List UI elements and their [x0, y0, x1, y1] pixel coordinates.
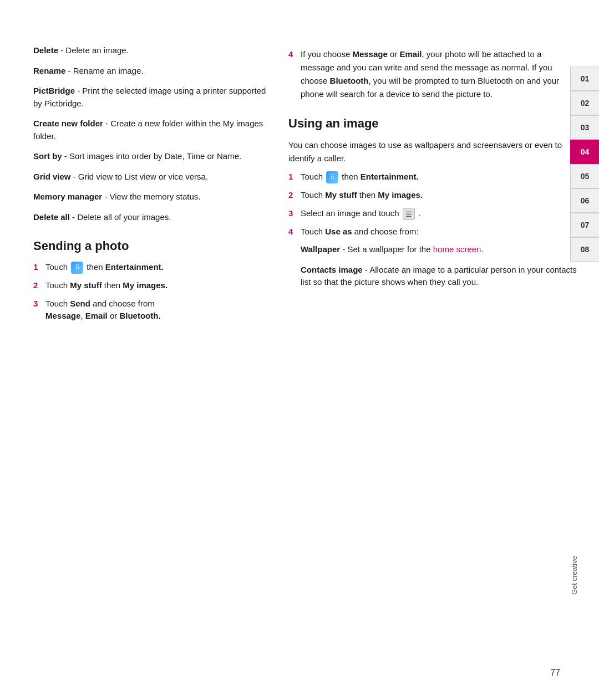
tab-07[interactable]: 07 — [570, 213, 599, 237]
tab-05[interactable]: 05 — [570, 164, 599, 188]
tab-06[interactable]: 06 — [570, 188, 599, 213]
using-step-3: 3 Select an image and touch ☰ . — [288, 207, 577, 220]
contacts-image-option: Contacts image - Allocate an image to a … — [301, 264, 577, 289]
tab-02[interactable]: 02 — [570, 91, 599, 115]
def-create-folder-term: Create new folder — [33, 119, 103, 128]
app-icon-1 — [71, 262, 83, 274]
sending-step-1-num: 1 — [33, 261, 42, 274]
tab-08[interactable]: 08 — [570, 237, 599, 262]
wallpaper-term: Wallpaper — [301, 244, 340, 254]
using-step-4-content: Touch Use as and choose from: — [301, 226, 577, 238]
sending-step-2-content: Touch My stuff then My images. — [45, 279, 266, 292]
contacts-image-term: Contacts image — [301, 265, 363, 274]
using-step-4: 4 Touch Use as and choose from: — [288, 226, 577, 238]
using-step-2: 2 Touch My stuff then My images. — [288, 189, 577, 202]
using-step-1: 1 Touch then Entertainment. — [288, 171, 577, 183]
sending-step-2: 2 Touch My stuff then My images. — [33, 279, 266, 292]
sending-step-3-send: Send — [70, 299, 90, 308]
sending-step-3-bluetooth: Bluetooth. — [119, 311, 160, 320]
def-sort-by-desc: - Sort images into order by Date, Time o… — [62, 151, 241, 161]
right-item-4-email: Email — [399, 49, 422, 59]
using-step-3-num: 3 — [288, 207, 297, 220]
right-item-4-message: Message — [352, 49, 387, 59]
def-delete-all: Delete all - Delete all of your images. — [33, 211, 266, 224]
def-delete-all-term: Delete all — [33, 212, 70, 222]
def-memory-manager-desc: - View the memory status. — [102, 192, 200, 201]
def-memory-manager: Memory manager - View the memory status. — [33, 191, 266, 203]
using-step-1-content: Touch then Entertainment. — [301, 171, 577, 183]
def-sort-by: Sort by - Sort images into order by Date… — [33, 150, 266, 163]
sending-step-2-num: 2 — [33, 279, 42, 292]
def-delete-desc: - Delete an image. — [58, 45, 129, 55]
using-step-2-my-images: My images. — [378, 190, 423, 200]
def-rename-desc: - Rename an image. — [65, 66, 143, 75]
def-delete: Delete - Delete an image. — [33, 44, 266, 57]
right-item-4-bluetooth: Bluetooth — [330, 76, 369, 85]
right-item-4: 4 If you choose Message or Email, your p… — [288, 48, 577, 101]
using-step-4-num: 4 — [288, 226, 297, 238]
using-step-1-entertainment: Entertainment. — [361, 172, 419, 181]
left-column: Delete - Delete an image. Rename - Renam… — [33, 33, 266, 667]
tab-04[interactable]: 04 — [570, 140, 599, 164]
sending-step-3-content: Touch Send and choose from Message, Emai… — [45, 298, 266, 323]
right-item-4-num: 4 — [288, 48, 297, 61]
main-content: Delete - Delete an image. Rename - Renam… — [33, 33, 577, 667]
using-step-2-content: Touch My stuff then My images. — [301, 189, 577, 202]
sending-heading: Sending a photo — [33, 239, 266, 253]
use-as-options: Wallpaper - Set a wallpaper for the home… — [301, 243, 577, 289]
using-steps-list: 1 Touch then Entertainment. 2 Touch My s… — [288, 171, 577, 238]
def-sort-by-term: Sort by — [33, 151, 62, 161]
sending-step-3: 3 Touch Send and choose from Message, Em… — [33, 298, 266, 323]
using-intro: You can choose images to use as wallpape… — [288, 139, 577, 165]
home-screen-link[interactable]: home screen — [433, 244, 481, 254]
def-create-folder: Create new folder - Create a new folder … — [33, 117, 266, 142]
wallpaper-option: Wallpaper - Set a wallpaper for the home… — [301, 243, 577, 256]
wallpaper-period: . — [481, 244, 483, 254]
def-grid-view-term: Grid view — [33, 172, 71, 181]
sending-step-3-message: Message — [45, 311, 80, 320]
menu-icon: ☰ — [403, 208, 415, 220]
sending-step-3-num: 3 — [33, 298, 42, 310]
side-tabs: 01 02 03 04 05 06 07 08 — [570, 67, 599, 262]
sending-step-3-email: Email — [85, 311, 108, 320]
sending-step-1: 1 Touch then Entertainment. — [33, 261, 266, 274]
sending-step-1-content: Touch then Entertainment. — [45, 261, 266, 274]
using-step-1-num: 1 — [288, 171, 297, 183]
right-item-4-content: If you choose Message or Email, your pho… — [301, 48, 577, 101]
def-grid-view: Grid view - Grid view to List view or vi… — [33, 171, 266, 183]
sending-step-2-my-images: My images. — [123, 280, 167, 290]
using-heading: Using an image — [288, 116, 577, 131]
def-pictbridge-term: PictBridge — [33, 86, 75, 95]
get-creative-label: Get creative — [570, 550, 599, 600]
sending-steps-list: 1 Touch then Entertainment. 2 Touch My s… — [33, 261, 266, 323]
def-grid-view-desc: - Grid view to List view or vice versa. — [71, 172, 209, 181]
tab-01[interactable]: 01 — [570, 67, 599, 91]
def-rename-term: Rename — [33, 66, 65, 75]
def-delete-term: Delete — [33, 45, 58, 55]
using-step-2-num: 2 — [288, 189, 297, 202]
def-rename: Rename - Rename an image. — [33, 65, 266, 78]
def-delete-all-desc: - Delete all of your images. — [70, 212, 171, 222]
def-pictbridge: PictBridge - Print the selected image us… — [33, 85, 266, 110]
right-column: 4 If you choose Message or Email, your p… — [288, 33, 577, 667]
using-step-4-use-as: Use as — [325, 227, 352, 236]
sending-step-2-my-stuff: My stuff — [70, 280, 102, 290]
using-step-3-content: Select an image and touch ☰ . — [301, 207, 577, 220]
wallpaper-desc: - Set a wallpaper for the — [340, 244, 433, 254]
tab-03[interactable]: 03 — [570, 115, 599, 140]
using-step-2-my-stuff: My stuff — [325, 190, 357, 200]
def-memory-manager-term: Memory manager — [33, 192, 102, 201]
sending-step-1-entertainment: Entertainment. — [105, 262, 164, 272]
page-number: 77 — [550, 668, 560, 678]
app-icon-2 — [326, 171, 338, 183]
